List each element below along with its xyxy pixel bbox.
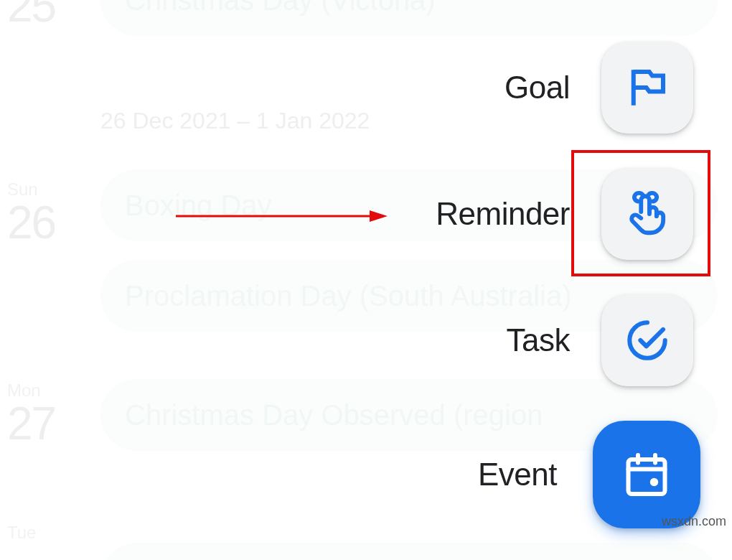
reminder-label: Reminder bbox=[436, 196, 570, 232]
menu-item-task[interactable]: Task bbox=[507, 294, 693, 386]
menu-item-event[interactable]: Event bbox=[478, 421, 700, 528]
menu-item-goal[interactable]: Goal bbox=[505, 42, 693, 134]
svg-point-4 bbox=[650, 478, 658, 486]
goal-label: Goal bbox=[505, 70, 570, 106]
event-label: Event bbox=[478, 457, 557, 493]
day-block-sun-26: Sun 26 bbox=[7, 179, 55, 246]
week-range-header: 26 Dec 2021 – 1 Jan 2022 bbox=[100, 108, 370, 134]
watermark-text: wsxdn.com bbox=[662, 514, 726, 529]
task-label: Task bbox=[507, 322, 570, 358]
flag-icon bbox=[624, 64, 671, 111]
day-num-27: 27 bbox=[7, 401, 55, 447]
day-block-tue: Tue bbox=[7, 523, 36, 543]
reminder-string-finger-icon bbox=[622, 189, 672, 239]
event-button-fab[interactable] bbox=[593, 421, 700, 528]
menu-item-reminder[interactable]: Reminder bbox=[436, 168, 693, 260]
day-dow-tue: Tue bbox=[7, 523, 36, 543]
day-num-25: 25 bbox=[7, 0, 55, 29]
create-menu: Goal Reminder Tas bbox=[436, 42, 693, 560]
svg-rect-0 bbox=[629, 459, 665, 494]
calendar-day-icon bbox=[621, 449, 672, 500]
task-button[interactable] bbox=[601, 294, 693, 386]
event-chip: Christmas Day (Victoria) bbox=[100, 0, 718, 36]
check-circle-icon bbox=[624, 317, 671, 364]
day-num-26: 26 bbox=[7, 200, 55, 246]
day-block-25: 25 bbox=[7, 0, 55, 29]
reminder-button[interactable] bbox=[601, 168, 693, 260]
day-block-mon-27: Mon 27 bbox=[7, 381, 55, 447]
goal-button[interactable] bbox=[601, 42, 693, 134]
